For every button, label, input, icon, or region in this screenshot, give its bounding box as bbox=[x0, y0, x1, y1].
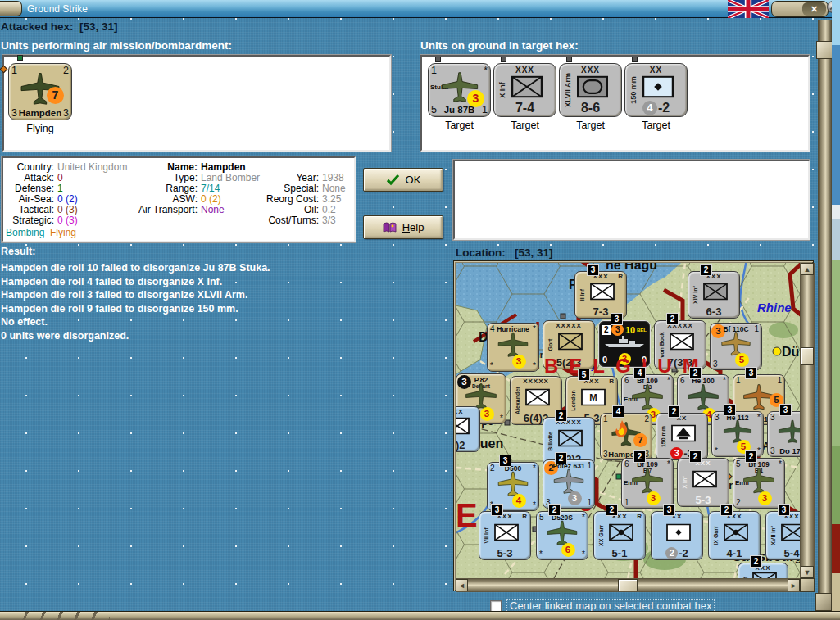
costturns-value: 3/3 bbox=[322, 215, 336, 226]
horizontal-scroll-thumb[interactable] bbox=[618, 579, 638, 591]
unit-designation: London bbox=[570, 390, 576, 411]
unit-name: Ju 87B bbox=[429, 105, 490, 115]
unit-status-label: Target bbox=[624, 120, 688, 131]
map-unit-counter[interactable]: 4HurricaneI***3 bbox=[487, 323, 539, 372]
range-label: Range: bbox=[166, 183, 198, 194]
right-frame-strip bbox=[818, 20, 832, 611]
defense-label: Defense: bbox=[15, 183, 54, 194]
stack-dot-icon bbox=[566, 57, 572, 62]
vertical-scroll-thumb[interactable] bbox=[801, 347, 814, 365]
counter-text: 1 bbox=[482, 104, 488, 115]
counter-text: * bbox=[533, 500, 536, 509]
help-button[interactable]: Help bbox=[363, 215, 443, 239]
unit-symbol-x-icon bbox=[590, 283, 615, 301]
symbol-holder bbox=[692, 471, 717, 491]
symbol-holder bbox=[609, 524, 633, 545]
country-value: United Kingdom bbox=[57, 161, 127, 173]
map-unit-counter[interactable]: XX2-2 bbox=[651, 511, 703, 560]
counter-text: 3 bbox=[611, 324, 624, 336]
bottom-frame-bar bbox=[0, 611, 840, 620]
map-unit-counter[interactable]: XIV InfXXX6-3 bbox=[688, 271, 740, 319]
counter-text: 2 bbox=[736, 498, 741, 507]
result-line: Hampden die roll 9 failed to disorganize… bbox=[1, 304, 447, 315]
center-map-checkbox[interactable] bbox=[490, 600, 502, 612]
unit-symbol-x-icon bbox=[558, 430, 583, 447]
plane-icon bbox=[774, 419, 800, 445]
map-unit-counter[interactable]: BillotteXXXXX5(2)3 bbox=[543, 417, 595, 466]
stack-dot-icon bbox=[435, 57, 441, 62]
map-unit-counter[interactable]: X InfXXX5-3 bbox=[677, 458, 729, 507]
location-label: Location: bbox=[456, 247, 506, 259]
close-icon[interactable]: ✕ bbox=[802, 2, 826, 16]
window-controls: ✕ bbox=[771, 0, 840, 18]
defenders-panel-title: Units on ground in target hex: bbox=[420, 39, 579, 52]
counter-text: R bbox=[609, 378, 614, 385]
unit-strength: 5-4 bbox=[766, 547, 800, 559]
stack-count: 5 bbox=[579, 369, 589, 380]
map-unit-counter[interactable]: 5Bf 109E-1*Emil23 bbox=[733, 458, 785, 509]
unit-size-label: XXX bbox=[709, 513, 760, 520]
symbol-holder bbox=[494, 524, 519, 545]
map-unit-counter[interactable]: 33Do 17Z bbox=[767, 411, 800, 457]
symbol-holder bbox=[703, 283, 728, 304]
stack-count: 4 bbox=[613, 406, 624, 417]
map-unit-counter[interactable]: 2Potez 6311313 bbox=[543, 459, 595, 509]
map-unit-counter[interactable]: XXX(6)2 bbox=[456, 406, 480, 452]
symbol-holder bbox=[590, 283, 615, 304]
symbol-holder bbox=[456, 418, 470, 438]
counter-text: * bbox=[533, 324, 536, 333]
map-unit-counter[interactable]: 2D500***4 bbox=[487, 462, 539, 511]
map-horizontal-scrollbar[interactable]: ◄ ► bbox=[456, 578, 800, 592]
map-unit-counter[interactable]: XVII InfXXX5-4 bbox=[765, 511, 800, 560]
country-name-label: BELGIUM bbox=[544, 355, 710, 378]
map-unit-counter[interactable]: 5D520S***6 bbox=[536, 511, 588, 560]
scroll-right-icon[interactable]: ► bbox=[788, 579, 800, 591]
panel-unit-counter[interactable]: 150 mmXX4-2 bbox=[624, 63, 688, 117]
scroll-up-icon[interactable]: ▲ bbox=[801, 263, 814, 275]
unit-status-label: Target bbox=[428, 120, 491, 131]
panel-unit-counter[interactable]: 1*Stuka5Ju 87B13 bbox=[428, 63, 491, 117]
frame-corner-block bbox=[815, 593, 832, 611]
map-unit-counter[interactable]: XX GarrXXXR5-1 bbox=[593, 511, 646, 560]
stack-dot-icon bbox=[17, 55, 23, 61]
name-value: Hampden bbox=[201, 161, 246, 173]
counter-text: * bbox=[533, 464, 536, 473]
detail-panel-empty bbox=[453, 160, 810, 240]
map-unit-counter[interactable]: IX GarrXXX4-1 bbox=[708, 511, 761, 560]
counter-text: BEL bbox=[637, 328, 647, 333]
attacked-hex-line: Attacked hex: [53, 31] bbox=[1, 20, 118, 33]
map-unit-counter[interactable]: 3Bf 110C135 bbox=[710, 323, 762, 370]
stack-count: 2 bbox=[667, 314, 678, 324]
scroll-left-icon[interactable]: ◄ bbox=[456, 579, 468, 591]
map-viewport[interactable]: BELGIUM EES he HaguRotterdaDoveremRhineD… bbox=[456, 263, 800, 578]
airtransport-label: Air Transport: bbox=[138, 204, 198, 215]
counter-text: R bbox=[637, 513, 642, 520]
counter-text: -2 bbox=[658, 101, 670, 115]
map-unit-counter[interactable]: II InfXXXR7-3 bbox=[574, 271, 627, 319]
map-unit-counter[interactable]: III InfXXX5-3 bbox=[738, 563, 788, 578]
scroll-down-icon[interactable]: ▼ bbox=[801, 566, 814, 578]
unit-designation: Billotte bbox=[547, 432, 553, 451]
ok-button[interactable]: OK bbox=[363, 168, 443, 192]
result-line: Hampden die roll 10 failed to disorganiz… bbox=[1, 263, 447, 274]
symbol-holder bbox=[666, 524, 691, 545]
strategic-value: 0 (3) bbox=[57, 215, 78, 226]
map-unit-counter[interactable]: 3He 112***5 bbox=[711, 411, 764, 457]
counter-text: * bbox=[757, 413, 761, 422]
defenders-panel: 1*Stuka5Ju 87B13TargetX InfXXX7-4TargetX… bbox=[420, 55, 810, 152]
unit-size-label: XXXXX bbox=[655, 322, 706, 329]
panel-unit-counter[interactable]: XLVII ArmXXX8-6 bbox=[559, 63, 622, 117]
result-line: Hampden die roll 4 failed to disorganize… bbox=[1, 277, 447, 287]
panel-unit-counter[interactable]: X InfXXX7-4 bbox=[493, 63, 556, 117]
map-unit-counter[interactable]: 6Bf 109E-7*Emil13 bbox=[621, 458, 674, 509]
map-vertical-scrollbar[interactable]: ▲ ▼ bbox=[800, 263, 815, 578]
panel-unit-counter[interactable]: 123Hampden37 bbox=[8, 63, 72, 120]
title-bar[interactable]: Ground Strike ✕ bbox=[0, 0, 840, 18]
map-unit-counter[interactable]: VII InfXXXR5-3 bbox=[479, 511, 531, 560]
tactical-value: 0 (3) bbox=[57, 204, 78, 215]
counter-text: * bbox=[533, 361, 536, 370]
plane-icon bbox=[719, 419, 756, 445]
stack-count: 3 bbox=[500, 455, 511, 466]
unit-designation: 150 mm bbox=[661, 426, 666, 447]
unit-symbol-x-icon bbox=[692, 471, 717, 488]
